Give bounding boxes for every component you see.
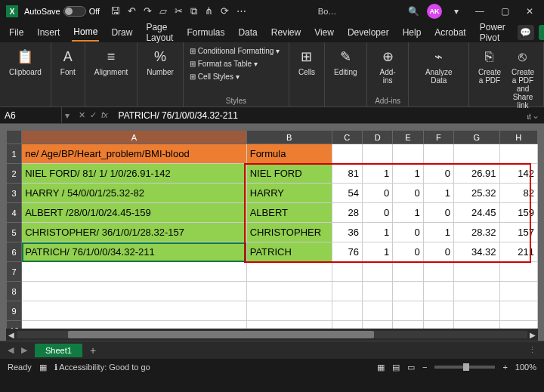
- cell[interactable]: [499, 321, 537, 329]
- col-header-g[interactable]: G: [454, 131, 500, 144]
- cell[interactable]: 34.32: [454, 242, 500, 262]
- zoom-level[interactable]: 100%: [515, 363, 536, 372]
- view-normal-icon[interactable]: ▦: [377, 363, 385, 372]
- row-header[interactable]: 3: [7, 184, 22, 203]
- cell[interactable]: CHRISTOPHER/ 36/1/0/1/28.32-157: [22, 223, 247, 242]
- minimize-button[interactable]: —: [471, 5, 489, 18]
- copy-icon[interactable]: ⧉: [190, 5, 197, 17]
- cell[interactable]: 0: [423, 203, 453, 223]
- row-header[interactable]: 5: [7, 223, 22, 242]
- cell[interactable]: [332, 321, 362, 329]
- row-header[interactable]: 7: [7, 262, 22, 282]
- cell[interactable]: NIEL FORD/ 81/ 1/ 1/0/26.91-142: [22, 164, 247, 184]
- cell[interactable]: ALBERT: [246, 203, 332, 223]
- col-header-a[interactable]: A: [22, 131, 247, 144]
- menu-formulas[interactable]: Formulas: [185, 24, 226, 41]
- cell[interactable]: 0: [363, 203, 393, 223]
- save-icon[interactable]: 🖫: [110, 5, 120, 17]
- menu-developer[interactable]: Developer: [346, 24, 391, 41]
- cell[interactable]: [423, 144, 453, 164]
- cell[interactable]: 36: [332, 223, 362, 242]
- row-header[interactable]: 10: [7, 321, 22, 329]
- accessibility-status[interactable]: ℹ Accessibility: Good to go: [54, 363, 150, 372]
- create-pdf-share-button[interactable]: ⎋Create a PDF and Share link: [508, 45, 537, 111]
- menu-draw[interactable]: Draw: [110, 24, 134, 41]
- grid[interactable]: A B C D E F G H 1 ne/ Age/BP/Heart_probl…: [6, 130, 538, 329]
- menu-home[interactable]: Home: [72, 23, 99, 42]
- cell[interactable]: 157: [499, 223, 537, 242]
- cell[interactable]: 0: [423, 164, 453, 184]
- cell[interactable]: 1: [423, 184, 453, 203]
- link-icon[interactable]: ⋔: [205, 5, 213, 17]
- row-header[interactable]: 4: [7, 203, 22, 223]
- cell[interactable]: [423, 301, 453, 321]
- zoom-out-button[interactable]: −: [422, 363, 427, 372]
- cell[interactable]: [423, 321, 453, 329]
- horizontal-scrollbar[interactable]: ◀ ▶: [6, 329, 538, 341]
- cell[interactable]: 0: [393, 223, 423, 242]
- cell[interactable]: [454, 144, 500, 164]
- cell[interactable]: 25.32: [454, 184, 500, 203]
- cell[interactable]: [454, 321, 500, 329]
- undo-icon[interactable]: ↶: [128, 5, 136, 17]
- toggle-off-icon[interactable]: [63, 6, 86, 17]
- menu-help[interactable]: Help: [401, 24, 423, 41]
- number-button[interactable]: %Number: [144, 45, 177, 78]
- cell[interactable]: [246, 282, 332, 301]
- addins-button[interactable]: ⊕Add-ins: [373, 45, 403, 86]
- tab-nav-next[interactable]: ▶: [21, 345, 27, 355]
- zoom-slider[interactable]: [434, 366, 495, 369]
- menu-insert[interactable]: Insert: [36, 24, 61, 41]
- cell[interactable]: [22, 301, 247, 321]
- column-headers[interactable]: A B C D E F G H: [7, 131, 538, 144]
- comments-button[interactable]: 💬: [518, 25, 534, 40]
- cell[interactable]: [393, 262, 423, 282]
- cell[interactable]: [363, 321, 393, 329]
- cell[interactable]: [22, 321, 247, 329]
- cell[interactable]: 0: [423, 242, 453, 262]
- new-icon[interactable]: ▱: [159, 5, 167, 17]
- cell[interactable]: [22, 262, 247, 282]
- cell[interactable]: 0: [363, 184, 393, 203]
- row-header[interactable]: 1: [7, 144, 22, 164]
- formula-input[interactable]: [114, 110, 527, 121]
- cell[interactable]: [246, 301, 332, 321]
- menu-data[interactable]: Data: [236, 24, 258, 41]
- cell[interactable]: 1: [363, 164, 393, 184]
- menu-view[interactable]: View: [313, 24, 335, 41]
- cell[interactable]: 24.45: [454, 203, 500, 223]
- menu-file[interactable]: File: [8, 24, 25, 41]
- cell[interactable]: 76: [332, 242, 362, 262]
- col-header-e[interactable]: E: [393, 131, 423, 144]
- cell[interactable]: ALBERT /28/0/1/0/24.45-159: [22, 203, 247, 223]
- cell[interactable]: 1: [363, 223, 393, 242]
- cell[interactable]: [393, 144, 423, 164]
- share-button[interactable]: ↗: [539, 25, 544, 40]
- scrollbar-thumb[interactable]: [68, 331, 375, 338]
- menu-review[interactable]: Review: [270, 24, 302, 41]
- scroll-right-icon[interactable]: ▶: [527, 331, 538, 339]
- cancel-formula-icon[interactable]: ✕: [79, 110, 85, 120]
- cell[interactable]: 0: [393, 184, 423, 203]
- macro-icon[interactable]: ▦: [39, 363, 47, 372]
- fx-icon[interactable]: fx: [101, 110, 108, 120]
- cell[interactable]: [423, 262, 453, 282]
- cell-styles-button[interactable]: ⊞ Cell Styles ▾: [190, 71, 240, 82]
- maximize-button[interactable]: ▢: [496, 5, 514, 18]
- cell[interactable]: 211: [499, 242, 537, 262]
- col-header-b[interactable]: B: [246, 131, 332, 144]
- add-sheet-button[interactable]: +: [90, 344, 96, 357]
- create-pdf-button[interactable]: ⎘Create a PDF: [475, 45, 504, 86]
- cell[interactable]: [363, 262, 393, 282]
- cell[interactable]: [246, 262, 332, 282]
- tab-nav-prev[interactable]: ◀: [8, 345, 14, 355]
- cell[interactable]: 82: [499, 184, 537, 203]
- view-break-icon[interactable]: ▭: [407, 363, 415, 372]
- tab-options-icon[interactable]: ⋮: [528, 345, 536, 355]
- cell[interactable]: [332, 262, 362, 282]
- conditional-formatting-button[interactable]: ⊞ Conditional Formatting ▾: [190, 45, 280, 57]
- cell[interactable]: [499, 301, 537, 321]
- cell[interactable]: [363, 301, 393, 321]
- cell[interactable]: 54: [332, 184, 362, 203]
- cell[interactable]: HARRY / 54/0/0/1/25.32-82: [22, 184, 247, 203]
